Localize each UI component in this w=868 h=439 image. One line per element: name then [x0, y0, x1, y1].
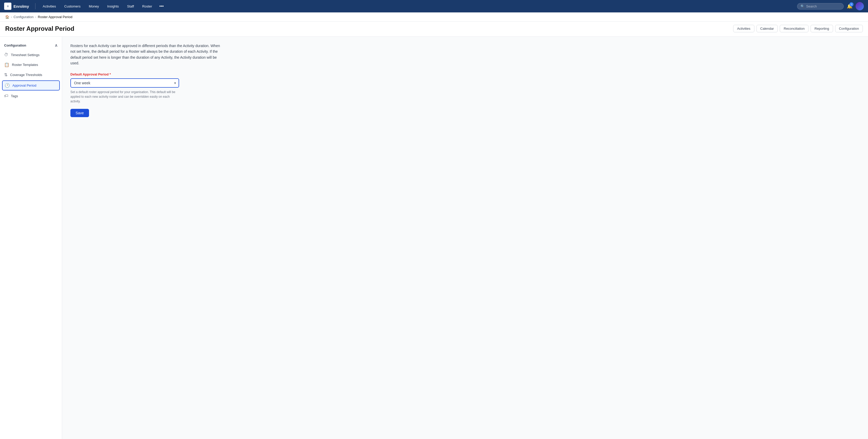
- form-section: Default Approval Period * One week Two w…: [70, 72, 179, 117]
- approval-period-icon: 🕐: [5, 83, 10, 88]
- roster-templates-icon: 📋: [4, 62, 9, 67]
- approval-period-select[interactable]: One week Two weeks One month Activity du…: [70, 78, 179, 88]
- breadcrumb-configuration[interactable]: Configuration: [13, 15, 33, 19]
- notifications-button[interactable]: 🔔 0: [847, 3, 852, 9]
- nav-item-insights[interactable]: Insights: [104, 3, 122, 10]
- sidebar-toggle-icon: ∧: [55, 43, 58, 48]
- tab-reconciliation[interactable]: Reconciliation: [780, 25, 808, 32]
- sidebar-item-timesheet-settings[interactable]: ⏱ Timesheet Settings: [0, 50, 62, 60]
- main-layout: Configuration ∧ ⏱ Timesheet Settings 📋 R…: [0, 37, 868, 439]
- tab-configuration[interactable]: Configuration: [835, 25, 863, 32]
- content-area: Rosters for each Activity can be approve…: [62, 37, 868, 439]
- page-header: Roster Approval Period Activities Calend…: [0, 22, 868, 37]
- breadcrumb-current: Roster Approval Period: [38, 15, 72, 19]
- app-logo[interactable]: ≡ Enrolmy: [4, 3, 29, 10]
- nav-item-activities[interactable]: Activities: [40, 3, 59, 10]
- select-wrapper: One week Two weeks One month Activity du…: [70, 78, 179, 88]
- sidebar-item-tags-label: Tags: [11, 94, 18, 98]
- tags-icon: 🏷: [4, 94, 8, 98]
- form-label: Default Approval Period *: [70, 72, 179, 76]
- sidebar-item-timesheet-settings-label: Timesheet Settings: [11, 53, 40, 57]
- nav-item-staff[interactable]: Staff: [124, 3, 137, 10]
- search-icon: 🔍: [801, 4, 805, 8]
- content-description: Rosters for each Activity can be approve…: [70, 43, 226, 66]
- sidebar-section-header[interactable]: Configuration ∧: [0, 41, 62, 50]
- breadcrumb-separator-1: ›: [11, 15, 12, 19]
- nav-item-money[interactable]: Money: [86, 3, 102, 10]
- page-title: Roster Approval Period: [5, 25, 74, 32]
- sidebar-item-approval-period[interactable]: 🕐 Approval Period: [2, 80, 60, 91]
- sidebar-item-roster-templates[interactable]: 📋 Roster Templates: [0, 60, 62, 70]
- tab-calendar[interactable]: Calendar: [756, 25, 778, 32]
- coverage-thresholds-icon: ⇅: [4, 72, 7, 77]
- save-button[interactable]: Save: [70, 109, 89, 117]
- timesheet-settings-icon: ⏱: [4, 53, 8, 57]
- breadcrumb-home[interactable]: 🏠: [5, 15, 9, 19]
- nav-divider: [35, 3, 35, 9]
- required-marker: *: [109, 72, 111, 76]
- sidebar-section-label: Configuration: [4, 43, 26, 47]
- search-input[interactable]: [806, 4, 840, 8]
- logo-icon: ≡: [4, 3, 11, 10]
- sidebar-item-coverage-thresholds[interactable]: ⇅ Coverage Thresholds: [0, 70, 62, 80]
- tab-activities[interactable]: Activities: [733, 25, 754, 32]
- sidebar-item-tags[interactable]: 🏷 Tags: [0, 91, 62, 101]
- tab-reporting[interactable]: Reporting: [810, 25, 833, 32]
- nav-more-button[interactable]: •••: [157, 2, 166, 10]
- sidebar-item-roster-templates-label: Roster Templates: [12, 63, 38, 67]
- nav-item-customers[interactable]: Customers: [61, 3, 84, 10]
- form-hint: Set a default roster approval period for…: [70, 90, 179, 104]
- nav-item-roster[interactable]: Roster: [139, 3, 155, 10]
- avatar[interactable]: [856, 2, 864, 10]
- search-box[interactable]: 🔍: [797, 3, 844, 9]
- sidebar-item-approval-period-label: Approval Period: [12, 83, 36, 88]
- header-tabs: Activities Calendar Reconciliation Repor…: [733, 25, 863, 32]
- sidebar-item-coverage-thresholds-label: Coverage Thresholds: [10, 73, 42, 77]
- notification-badge: 0: [849, 2, 854, 6]
- sidebar: Configuration ∧ ⏱ Timesheet Settings 📋 R…: [0, 37, 62, 439]
- nav-right: 🔍 🔔 0: [797, 2, 864, 10]
- breadcrumb: 🏠 › Configuration › Roster Approval Peri…: [0, 12, 868, 22]
- top-navigation: ≡ Enrolmy Activities Customers Money Ins…: [0, 0, 868, 12]
- breadcrumb-separator-2: ›: [35, 15, 36, 19]
- app-name: Enrolmy: [13, 4, 29, 8]
